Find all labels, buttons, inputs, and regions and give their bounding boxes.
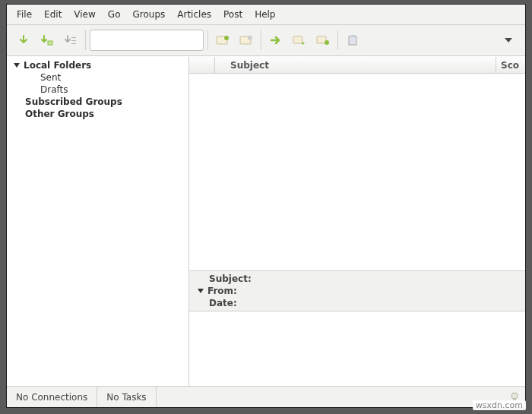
status-tasks[interactable]: No Tasks [97,387,156,407]
chevron-down-icon [504,36,513,45]
message-header: Subject: From: Date: [189,271,525,311]
svg-rect-2 [71,40,76,41]
menu-view[interactable]: View [68,7,100,22]
next-unread-button[interactable] [265,30,287,51]
svg-point-12 [325,40,329,45]
content-pane: Subject Sco Subject: From: Date: [189,57,525,386]
status-connections[interactable]: No Connections [7,387,97,407]
download-arrow-icon [17,34,30,46]
post-button[interactable] [342,30,363,51]
message-from-row: From: [189,285,525,297]
svg-rect-10 [293,36,302,43]
mark-thread-read-button[interactable] [236,30,257,51]
message-subject-row: Subject: [189,273,525,285]
toolbar-menu-button[interactable] [498,30,519,51]
tree-drafts[interactable]: Drafts [7,84,188,96]
svg-rect-14 [350,35,355,37]
message-date-label: Date: [209,298,252,308]
app-window: File Edit View Go Groups Articles Post H… [6,4,526,408]
download-group-icon [40,34,54,46]
mark-read-button[interactable] [212,30,233,51]
toolbar-separator [337,30,338,50]
thread-list[interactable] [189,74,525,271]
tree-subscribed-groups[interactable]: Subscribed Groups [7,96,188,108]
get-selected-headers-button[interactable] [36,30,58,51]
next-unread-group-button[interactable] [312,30,334,51]
message-from-label: From: [207,286,250,296]
tree-label: Sent [40,72,61,83]
next-thread-icon [293,35,306,46]
tree-other-groups[interactable]: Other Groups [7,108,188,120]
column-state[interactable] [189,57,215,73]
post-icon [347,34,359,46]
column-subject[interactable]: Subject [215,57,496,73]
toolbar-separator [207,30,208,50]
tree-label: Subscribed Groups [25,96,122,107]
search-box[interactable] [90,30,204,51]
menu-groups[interactable]: Groups [127,7,170,22]
svg-rect-0 [48,41,52,45]
menu-articles[interactable]: Articles [172,7,217,22]
svg-rect-3 [71,43,76,44]
svg-point-15 [511,393,518,399]
download-list-icon [64,34,78,46]
thread-list-header: Subject Sco [189,57,525,74]
toolbar-separator [261,30,261,50]
tree-label: Drafts [40,84,68,95]
arrow-right-icon [270,36,282,45]
folder-tree[interactable]: Local Folders Sent Drafts Subscribed Gro… [7,57,189,386]
toolbar [7,25,525,56]
tree-sent[interactable]: Sent [7,71,188,84]
toolbar-separator [85,30,86,50]
svg-point-9 [248,36,252,40]
main-panes: Local Folders Sent Drafts Subscribed Gro… [7,56,525,386]
expand-icon[interactable] [197,287,204,295]
mark-thread-icon [239,35,253,46]
get-bodies-button[interactable] [60,30,81,51]
search-input[interactable] [100,34,217,46]
menubar: File Edit View Go Groups Articles Post H… [7,5,525,25]
menu-edit[interactable]: Edit [39,7,67,22]
tree-local-folders[interactable]: Local Folders [7,59,188,71]
menu-file[interactable]: File [11,7,37,22]
menu-help[interactable]: Help [249,7,280,22]
svg-rect-13 [349,36,356,45]
menu-go[interactable]: Go [103,7,126,22]
tree-label: Local Folders [24,60,91,71]
svg-point-7 [224,36,229,40]
message-subject-label: Subject: [209,273,252,284]
message-date-row: Date: [189,297,525,309]
tree-label: Other Groups [25,109,94,119]
next-unread-thread-button[interactable] [289,30,310,51]
get-headers-button[interactable] [13,30,34,51]
next-group-icon [316,35,330,46]
mark-read-icon [216,35,230,46]
column-score[interactable]: Sco [496,57,525,73]
menu-post[interactable]: Post [218,7,248,22]
message-body[interactable] [189,311,525,386]
svg-rect-1 [71,37,76,38]
expand-icon[interactable] [13,62,21,69]
statusbar: No Connections No Tasks [7,386,525,407]
watermark: wsxdn.com [473,400,526,410]
